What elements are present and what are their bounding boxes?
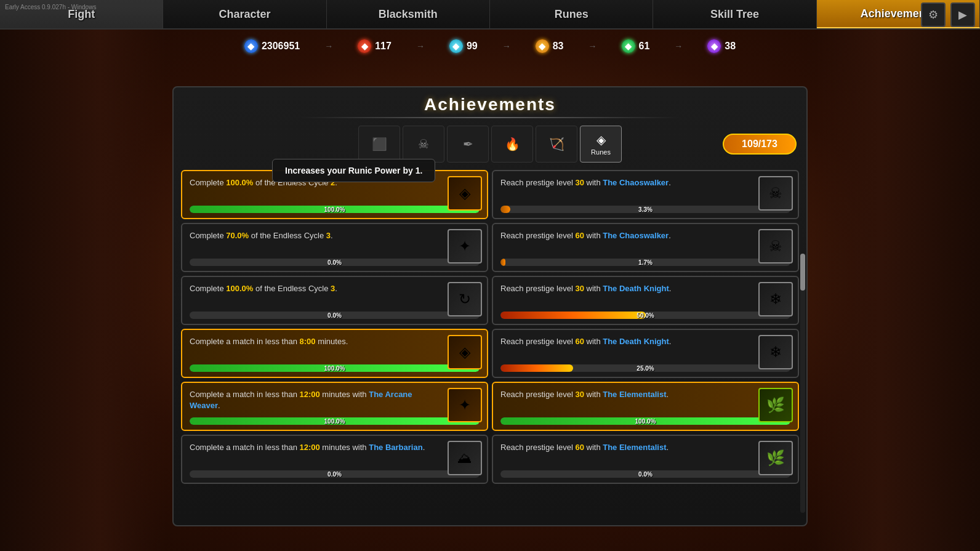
ach-r5-icon: 🌿 bbox=[758, 388, 793, 422]
ach-r5-h2: The Elementalist bbox=[603, 390, 666, 399]
resource-blue-value: 2306951 bbox=[262, 41, 300, 52]
nav-skill-tree[interactable]: Skill Tree bbox=[653, 0, 816, 28]
ach-5-icon: ✦ bbox=[448, 388, 482, 422]
resource-green-value: 61 bbox=[639, 41, 650, 52]
achievement-card-1: Complete 100.0% of the Endless Cycle 2. … bbox=[181, 170, 488, 219]
resource-green: ◆ 61 bbox=[622, 39, 650, 53]
tab-all[interactable]: ⬛ bbox=[358, 126, 400, 163]
ach-r2-progress-label: 1.7% bbox=[638, 259, 653, 266]
ach-r6-icon: 🌿 bbox=[758, 441, 793, 475]
ach-6-text: Complete a match in less than 12:00 minu… bbox=[190, 442, 480, 467]
resource-purple: ◆ 38 bbox=[707, 39, 736, 53]
achievement-card-r2: Reach prestige level 60 with The Chaoswa… bbox=[492, 223, 799, 272]
ach-3-progress-label: 0.0% bbox=[327, 312, 342, 319]
resource-blue: ◆ 2306951 bbox=[244, 39, 300, 53]
class3-tab-icon: 🔥 bbox=[505, 137, 520, 151]
gem-purple-icon: ◆ bbox=[707, 39, 721, 53]
arrow-5: → bbox=[674, 41, 683, 51]
class4-tab-icon: 🏹 bbox=[549, 137, 564, 151]
ach-r3-h1: 30 bbox=[575, 284, 584, 293]
resource-orange-value: 83 bbox=[553, 41, 564, 52]
ach-r5-progress-label: 100.0% bbox=[635, 418, 656, 425]
ach-r1-icon: ☠ bbox=[758, 176, 793, 211]
achievement-card-6: Complete a match in less than 12:00 minu… bbox=[181, 435, 488, 484]
scrollbar-thumb[interactable] bbox=[800, 254, 805, 291]
arrow-4: → bbox=[588, 41, 597, 51]
ach-1-progress-label: 100.0% bbox=[324, 206, 345, 213]
settings-button[interactable]: ⚙ bbox=[921, 2, 946, 27]
main-panel: Achievements ⬛ ☠ ✒ 🔥 🏹 ◈ Runes Increases… bbox=[172, 86, 808, 526]
gem-blue-icon: ◆ bbox=[244, 39, 258, 53]
ach-6-progress-bar: 0.0% bbox=[190, 470, 480, 478]
ach-r3-h2: The Death Knight bbox=[603, 284, 669, 293]
ach-4-text: Complete a match in less than 8:00 minut… bbox=[190, 336, 480, 361]
main-nav: Fight Character Blacksmith Runes Skill T… bbox=[0, 0, 980, 30]
ach-1-h1: 100.0% bbox=[226, 178, 253, 187]
nav-runes[interactable]: Runes bbox=[490, 0, 653, 28]
ach-r1-progress-label: 3.3% bbox=[638, 206, 653, 213]
resource-bar: ◆ 2306951 → ◆ 117 → ◆ 99 → ◆ 83 → ◆ 61 →… bbox=[0, 34, 980, 58]
ach-2-progress-bar: 0.0% bbox=[190, 259, 480, 266]
ach-r3-icon: ❄ bbox=[758, 282, 793, 316]
achievement-card-r1: Reach prestige level 30 with The Chaoswa… bbox=[492, 170, 799, 219]
runes-tab-icon: ◈ bbox=[596, 132, 606, 147]
ach-r4-icon: ❄ bbox=[758, 335, 793, 369]
tab-class1[interactable]: ☠ bbox=[403, 126, 444, 163]
resource-red: ◆ 117 bbox=[358, 39, 392, 53]
ach-3-icon: ↻ bbox=[448, 282, 482, 316]
ach-r2-h1: 60 bbox=[575, 231, 584, 240]
title-decoration bbox=[300, 117, 680, 118]
tab-runes[interactable]: ◈ Runes bbox=[580, 126, 622, 163]
ach-r3-progress-bar: 50.0% bbox=[500, 312, 790, 319]
ach-r1-text: Reach prestige level 30 with The Chaoswa… bbox=[500, 177, 790, 202]
ach-r6-h1: 60 bbox=[575, 443, 584, 452]
gem-green-icon: ◆ bbox=[622, 39, 635, 53]
arrow-1: → bbox=[324, 41, 333, 51]
ach-r1-progress-fill bbox=[500, 206, 510, 213]
ach-r2-icon: ☠ bbox=[758, 229, 793, 263]
ach-r1-h1: 30 bbox=[575, 178, 584, 187]
ach-4-progress-bar: 100.0% bbox=[190, 364, 480, 372]
ach-r2-text: Reach prestige level 60 with The Chaoswa… bbox=[500, 230, 790, 255]
achievement-card-r5: Reach prestige level 30 with The Element… bbox=[492, 382, 799, 431]
ach-6-icon: ⛰ bbox=[448, 441, 482, 475]
ach-r2-progress-fill bbox=[500, 259, 505, 266]
ach-r4-h2: The Death Knight bbox=[603, 337, 669, 346]
achievement-list: Complete 100.0% of the Endless Cycle 2. … bbox=[174, 165, 806, 525]
ach-4-progress-label: 100.0% bbox=[324, 365, 345, 372]
scrollbar-track[interactable] bbox=[800, 254, 805, 513]
ach-r4-text: Reach prestige level 60 with The Death K… bbox=[500, 336, 790, 361]
ach-2-progress-label: 0.0% bbox=[327, 259, 342, 266]
tab-class4[interactable]: 🏹 bbox=[536, 126, 577, 163]
tab-class2[interactable]: ✒ bbox=[447, 126, 489, 163]
gem-cyan-icon: ◆ bbox=[449, 39, 463, 53]
achievement-card-3: Complete 100.0% of the Endless Cycle 3. … bbox=[181, 276, 488, 325]
ach-r6-progress-bar: 0.0% bbox=[500, 470, 790, 478]
ach-r5-h1: 30 bbox=[575, 390, 584, 399]
resource-cyan-value: 99 bbox=[467, 41, 478, 52]
nav-blacksmith[interactable]: Blacksmith bbox=[327, 0, 490, 28]
ach-r1-progress-bar: 3.3% bbox=[500, 206, 790, 213]
ach-5-h1: 12:00 bbox=[299, 390, 319, 399]
resource-red-value: 117 bbox=[375, 41, 392, 52]
resource-cyan: ◆ 99 bbox=[449, 39, 478, 53]
ach-3-progress-bar: 0.0% bbox=[190, 312, 480, 319]
bg-pillar-right bbox=[814, 0, 980, 551]
all-tab-icon: ⬛ bbox=[372, 137, 387, 151]
ach-2-h2: 3 bbox=[326, 231, 331, 240]
ach-r6-h2: The Elementalist bbox=[603, 443, 666, 452]
achievement-tabs: ⬛ ☠ ✒ 🔥 🏹 ◈ Runes Increases your Runic P… bbox=[174, 123, 806, 165]
gem-red-icon: ◆ bbox=[358, 39, 371, 53]
nav-character[interactable]: Character bbox=[163, 0, 326, 28]
arrow-2: → bbox=[416, 41, 425, 51]
ach-2-text: Complete 70.0% of the Endless Cycle 3. bbox=[190, 230, 480, 255]
ach-r4-progress-bar: 25.0% bbox=[500, 364, 790, 372]
exit-button[interactable]: ▶ bbox=[950, 2, 975, 27]
tab-class3[interactable]: 🔥 bbox=[491, 126, 533, 163]
ach-r3-progress-label: 50.0% bbox=[637, 312, 654, 319]
ach-r6-progress-label: 0.0% bbox=[638, 471, 653, 478]
top-right-controls: ⚙ ▶ bbox=[921, 2, 975, 27]
ach-2-h1: 70.0% bbox=[226, 231, 249, 240]
ach-6-progress-label: 0.0% bbox=[327, 471, 342, 478]
ach-r6-text: Reach prestige level 60 with The Element… bbox=[500, 442, 790, 467]
